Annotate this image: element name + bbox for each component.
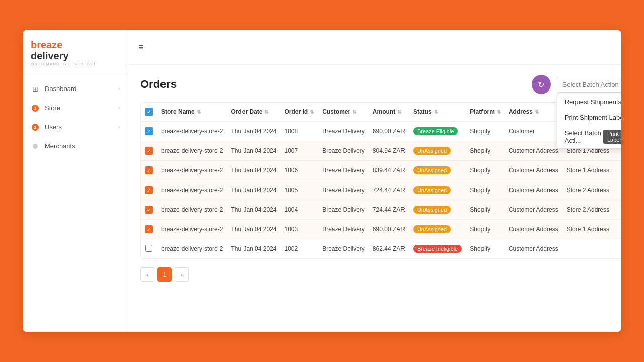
td-action bbox=[613, 200, 621, 220]
dropdown-item-request-shipments[interactable]: Request Shipments bbox=[557, 94, 621, 110]
table-row: ✓ breaze-delivery-store-2 Thu Jan 04 202… bbox=[141, 141, 621, 161]
td-status: UnAssigned bbox=[409, 200, 466, 220]
td-order-id: 1008 bbox=[280, 121, 318, 141]
th-check: ✓ bbox=[141, 103, 157, 121]
logo-area: breaze delivery ON DEMAND. GET SET. GO! bbox=[23, 30, 128, 74]
sort-customer-icon[interactable]: ⇅ bbox=[352, 109, 356, 115]
td-customer: Breaze Delivery bbox=[318, 239, 369, 259]
td-action bbox=[613, 161, 621, 180]
th-address-label: Address bbox=[509, 108, 533, 115]
table-row: ✓ breaze-delivery-store-2 Thu Jan 04 202… bbox=[141, 121, 621, 141]
sort-orderid-icon[interactable]: ⇅ bbox=[310, 109, 314, 115]
td-address: Customer Address bbox=[505, 180, 562, 200]
pagination: ‹ 1 › bbox=[140, 267, 621, 282]
dropdown-item-print-labels[interactable]: Print Shipment Labels bbox=[557, 110, 621, 125]
td-store-name: breaze-delivery-store-2 bbox=[157, 200, 227, 220]
sort-platform-icon[interactable]: ⇅ bbox=[497, 109, 501, 115]
td-status: UnAssigned bbox=[409, 220, 466, 239]
sidebar-item-label-users: Users bbox=[45, 123, 62, 131]
td-store-name: breaze-delivery-store-2 bbox=[157, 141, 227, 161]
print-label-text: Print Shipment Labels bbox=[565, 114, 621, 121]
batch-select-input[interactable] bbox=[557, 77, 621, 93]
sidebar: breaze delivery ON DEMAND. GET SET. GO! … bbox=[23, 30, 128, 332]
logo-sub: ON DEMAND. GET SET. GO! bbox=[31, 62, 120, 67]
chevron-right-icon-users: › bbox=[118, 124, 120, 130]
td-store-address: Store 1 Address bbox=[562, 161, 613, 180]
td-platform: Shopify bbox=[466, 220, 505, 239]
chevron-right-icon: › bbox=[118, 86, 120, 92]
td-platform: Shopify bbox=[466, 200, 505, 220]
page-1-button[interactable]: 1 bbox=[157, 267, 172, 282]
chevron-right-icon-store: › bbox=[118, 105, 120, 111]
status-badge: UnAssigned bbox=[413, 225, 451, 233]
td-amount: 862.44 ZAR bbox=[369, 239, 409, 259]
th-status: Status ⇅ bbox=[409, 103, 466, 121]
td-status: UnAssigned bbox=[409, 141, 466, 161]
menu-icon[interactable]: ≡ bbox=[138, 42, 144, 53]
page-header: Orders ↻ × Request Shipments Print Shipm… bbox=[140, 75, 621, 94]
status-badge: UnAssigned bbox=[413, 206, 451, 214]
td-check: ✓ bbox=[141, 180, 157, 200]
next-page-button[interactable]: › bbox=[175, 267, 189, 282]
row-checkbox[interactable]: ✓ bbox=[145, 225, 153, 233]
td-amount: 724.44 ZAR bbox=[369, 180, 409, 200]
row-checkbox[interactable]: ✓ bbox=[145, 186, 153, 194]
td-customer: Breaze Delivery bbox=[318, 141, 369, 161]
sidebar-item-label-store: Store bbox=[45, 104, 60, 112]
td-check: ✓ bbox=[141, 220, 157, 239]
th-order-date-label: Order Date bbox=[231, 108, 262, 115]
prev-page-button[interactable]: ‹ bbox=[140, 267, 154, 282]
dropdown-item-select-batch[interactable]: Select Batch Acti... Print Shipment Labe… bbox=[557, 125, 621, 148]
td-address: Customer Address bbox=[505, 161, 562, 180]
sidebar-item-merchants[interactable]: Merchants bbox=[23, 137, 128, 156]
td-order-id: 1004 bbox=[280, 200, 318, 220]
sort-status-icon[interactable]: ⇅ bbox=[434, 109, 438, 115]
row-checkbox[interactable]: ✓ bbox=[145, 206, 153, 214]
td-order-id: 1006 bbox=[280, 161, 318, 180]
users-dot: 2 bbox=[32, 124, 39, 131]
td-order-date: Thu Jan 04 2024 bbox=[227, 141, 280, 161]
td-order-date: Thu Jan 04 2024 bbox=[227, 121, 280, 141]
table-row: ✓ breaze-delivery-store-2 Thu Jan 04 202… bbox=[141, 220, 621, 239]
select-batch-text: Select Batch Acti... bbox=[565, 129, 603, 144]
sort-date-icon[interactable]: ⇅ bbox=[264, 109, 268, 115]
refresh-button[interactable]: ↻ bbox=[532, 75, 551, 94]
th-amount: Amount ⇅ bbox=[369, 103, 409, 121]
th-store-name-label: Store Name bbox=[161, 108, 195, 115]
th-address: Address ⇅ bbox=[505, 103, 562, 121]
td-store-name: breaze-delivery-store-2 bbox=[157, 180, 227, 200]
app-window: breaze delivery ON DEMAND. GET SET. GO! … bbox=[23, 30, 621, 332]
table-row: ✓ breaze-delivery-store-2 Thu Jan 04 202… bbox=[141, 180, 621, 200]
status-badge: UnAssigned bbox=[413, 147, 451, 155]
select-all-checkbox[interactable]: ✓ bbox=[145, 108, 153, 116]
td-amount: 690.00 ZAR bbox=[369, 220, 409, 239]
td-action bbox=[613, 220, 621, 239]
td-check: ✓ bbox=[141, 141, 157, 161]
logo-breaze: breaze bbox=[31, 39, 120, 50]
sidebar-item-store[interactable]: 1 Store › bbox=[23, 99, 128, 118]
batch-select-wrapper: × Request Shipments Print Shipment Label… bbox=[557, 77, 621, 93]
sort-store-icon[interactable]: ⇅ bbox=[197, 109, 201, 115]
table-row: ✓ breaze-delivery-store-2 Thu Jan 04 202… bbox=[141, 161, 621, 180]
row-checkbox[interactable]: ✓ bbox=[145, 166, 153, 174]
row-checkbox[interactable]: ✓ bbox=[145, 147, 153, 155]
td-order-id: 1007 bbox=[280, 141, 318, 161]
sidebar-item-label-dashboard: Dashboard bbox=[45, 85, 77, 93]
td-address: Customer bbox=[505, 121, 562, 141]
logo: breaze delivery ON DEMAND. GET SET. GO! bbox=[31, 39, 120, 67]
sidebar-item-users[interactable]: 2 Users › bbox=[23, 118, 128, 137]
sidebar-item-dashboard[interactable]: ⊞ Dashboard › bbox=[23, 79, 128, 99]
td-platform: Shopify bbox=[466, 141, 505, 161]
sort-address-icon[interactable]: ⇅ bbox=[535, 109, 539, 115]
td-store-name: breaze-delivery-store-2 bbox=[157, 239, 227, 259]
td-platform: Shopify bbox=[466, 180, 505, 200]
sort-amount-icon[interactable]: ⇅ bbox=[397, 109, 401, 115]
td-check: ✓ bbox=[141, 200, 157, 220]
td-customer: Breaze Delivery bbox=[318, 200, 369, 220]
td-order-id: 1002 bbox=[280, 239, 318, 259]
row-checkbox[interactable] bbox=[145, 245, 152, 252]
row-checkbox[interactable]: ✓ bbox=[145, 127, 153, 135]
th-status-label: Status bbox=[413, 108, 432, 115]
td-status: Breaze Ineligible bbox=[409, 239, 466, 259]
th-customer-label: Customer bbox=[322, 108, 350, 115]
